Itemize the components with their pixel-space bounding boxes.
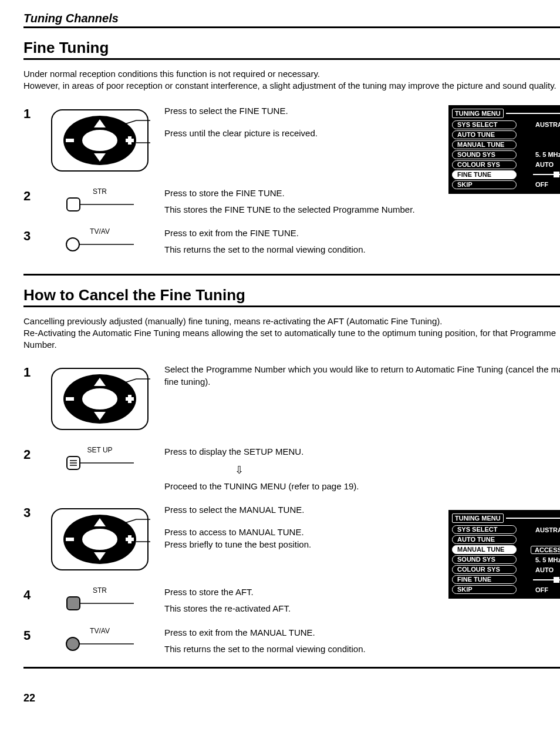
step-number: 5 (23, 627, 41, 643)
button-label: TV/AV (41, 627, 158, 635)
step-text: This stores the re-activated AFT. (164, 603, 560, 615)
str-button-icon (65, 197, 135, 212)
svg-point-43 (66, 637, 79, 650)
button-label: TV/AV (41, 227, 158, 236)
svg-rect-20 (66, 397, 74, 401)
step-text: Press to exit from the MANUAL TUNE. (164, 627, 560, 639)
str-button-icon (65, 596, 135, 611)
step-number: 1 (23, 364, 41, 380)
step-text: Press to display the SETUP MENU. (164, 446, 560, 458)
section-title: Tuning Channels (23, 12, 560, 28)
tvav-button-icon (65, 237, 135, 252)
dpad-icon (47, 364, 153, 434)
step-text: This returns the set to the normal viewi… (164, 244, 560, 256)
tvav-button-icon (65, 636, 135, 652)
svg-point-17 (82, 388, 117, 409)
step-text: Press to store the FINE TUNE. (164, 187, 560, 199)
heading-fine-tuning: Fine Tuning (23, 39, 560, 60)
svg-rect-22 (128, 395, 131, 403)
step-number: 2 (23, 446, 41, 462)
step-number: 2 (23, 187, 41, 204)
dpad-icon (47, 504, 153, 575)
svg-point-2 (82, 130, 117, 151)
svg-rect-35 (66, 538, 74, 541)
step-number: 1 (23, 105, 41, 122)
step-text: Proceed to the TUNING MENU (refer to pag… (164, 481, 560, 492)
svg-rect-11 (67, 198, 80, 211)
svg-rect-41 (67, 597, 80, 610)
intro-fine-tuning: Under normal reception conditions this f… (23, 68, 560, 92)
svg-point-13 (66, 238, 79, 251)
setup-button-icon (65, 455, 135, 471)
step-text: Press to select the FINE TUNE. (164, 105, 560, 117)
button-label: SET UP (41, 446, 158, 454)
step-text: Press to exit from the FINE TUNE. (164, 227, 560, 239)
step-number: 3 (23, 227, 41, 244)
button-label: STR (41, 586, 158, 595)
step-text: Press until the clear picture is receive… (164, 127, 560, 139)
svg-rect-7 (128, 136, 131, 145)
step-number: 4 (23, 586, 41, 603)
step-number: 3 (23, 504, 41, 521)
step-text: Select the Programme Number which you wo… (164, 364, 560, 388)
heading-cancel: How to Cancel the Fine Tuning (23, 286, 560, 307)
dpad-icon (47, 105, 153, 176)
step-text: This stores the FINE TUNE to the selecte… (164, 204, 560, 216)
osd-slider-icon (533, 577, 560, 583)
step-text: Press to access to MANUAL TUNE. Press br… (164, 526, 560, 550)
button-label: STR (41, 187, 158, 196)
step-text: Press to store the AFT. (164, 586, 560, 598)
osd-item: FINE TUNE (452, 575, 517, 584)
step-text: Press to select the MANUAL TUNE. (164, 504, 560, 516)
arrow-down-icon: ⇩ (235, 463, 560, 477)
svg-point-32 (82, 529, 117, 550)
svg-rect-5 (66, 139, 74, 142)
page-number: 22 (23, 692, 560, 704)
intro-cancel: Cancelling previously adjusted (manually… (23, 315, 560, 351)
svg-rect-37 (128, 535, 131, 543)
step-text: This returns the set to the normal viewi… (164, 643, 560, 655)
